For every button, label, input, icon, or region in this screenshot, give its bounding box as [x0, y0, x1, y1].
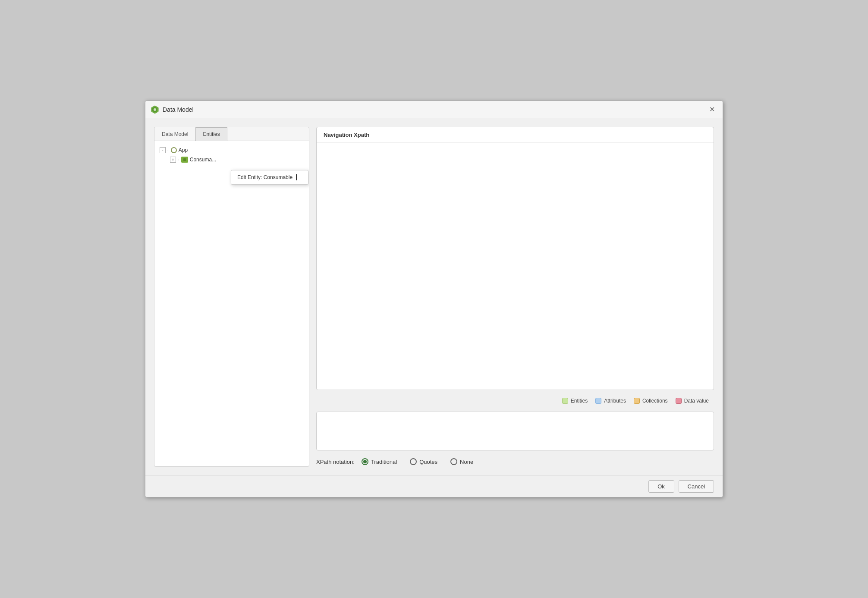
- legend-attributes: Attributes: [595, 398, 626, 404]
- radio-none-label: None: [460, 459, 473, 465]
- radio-none-circle[interactable]: [450, 458, 457, 465]
- right-panel: Navigation Xpath Entities Attributes Col…: [316, 127, 714, 467]
- radio-quotes-circle[interactable]: [410, 458, 417, 465]
- tabs-bar: Data Model Entities: [154, 127, 309, 141]
- radio-traditional[interactable]: Traditional: [362, 458, 397, 465]
- ok-button[interactable]: Ok: [648, 480, 674, 493]
- nav-xpath-section: Navigation Xpath: [316, 127, 714, 390]
- radio-none[interactable]: None: [450, 458, 473, 465]
- attributes-swatch: [595, 398, 601, 404]
- consumable-node-label: Consuma...: [190, 157, 216, 163]
- collections-legend-label: Collections: [642, 398, 668, 404]
- xpath-notation-label: XPath notation:: [316, 459, 355, 465]
- tab-entities[interactable]: Entities: [195, 127, 227, 141]
- collections-swatch: [634, 398, 640, 404]
- expand-consumable-button[interactable]: +: [170, 157, 176, 163]
- close-button[interactable]: ✕: [707, 104, 717, 114]
- entity-node-icon: [181, 157, 188, 163]
- datavalue-swatch: [676, 398, 682, 404]
- tree-node-app: - · App: [160, 146, 304, 154]
- app-logo-icon: [151, 105, 159, 114]
- dialog-title-group: Data Model: [151, 105, 194, 114]
- tree-node-consumable: + · Consuma...: [170, 156, 304, 164]
- dialog-titlebar: Data Model ✕: [145, 101, 723, 118]
- app-node-icon: [171, 147, 177, 153]
- radio-quotes-label: Quotes: [419, 459, 437, 465]
- tab-data-model[interactable]: Data Model: [154, 127, 195, 141]
- radio-quotes[interactable]: Quotes: [410, 458, 437, 465]
- legend-entities: Entities: [562, 398, 588, 404]
- radio-traditional-label: Traditional: [371, 459, 397, 465]
- left-panel: Data Model Entities - · App +: [154, 127, 309, 467]
- data-model-dialog: Data Model ✕ Data Model Entities - · App: [145, 101, 723, 497]
- radio-traditional-circle[interactable]: [362, 458, 368, 465]
- datavalue-legend-label: Data value: [684, 398, 709, 404]
- legend-collections: Collections: [634, 398, 668, 404]
- context-menu: Edit Entity: Consumable: [231, 170, 308, 185]
- nav-xpath-title: Navigation Xpath: [317, 127, 714, 143]
- notation-bar: XPath notation: Traditional Quotes None: [316, 455, 714, 467]
- dialog-title-text: Data Model: [163, 106, 194, 113]
- edit-entity-label: Edit Entity: Consumable: [237, 174, 292, 180]
- legend-bar: Entities Attributes Collections Data val…: [316, 394, 714, 407]
- legend-datavalue: Data value: [676, 398, 709, 404]
- cursor-icon: [296, 174, 300, 180]
- dialog-footer: Ok Cancel: [145, 475, 723, 497]
- svg-point-2: [154, 108, 156, 111]
- edit-entity-menu-item[interactable]: Edit Entity: Consumable: [231, 171, 308, 183]
- nav-xpath-content: [317, 143, 714, 390]
- connector-dots-2: ·: [178, 157, 179, 162]
- app-node-label: App: [179, 147, 188, 153]
- connector-dots: ·: [167, 148, 169, 153]
- attributes-legend-label: Attributes: [604, 398, 626, 404]
- cancel-button[interactable]: Cancel: [679, 480, 714, 493]
- collapse-app-button[interactable]: -: [160, 147, 166, 153]
- tree-area: - · App + · Consuma...: [154, 141, 309, 466]
- dialog-body: Data Model Entities - · App +: [145, 118, 723, 475]
- xpath-textarea[interactable]: [316, 412, 714, 450]
- entities-swatch: [562, 398, 568, 404]
- entities-legend-label: Entities: [571, 398, 588, 404]
